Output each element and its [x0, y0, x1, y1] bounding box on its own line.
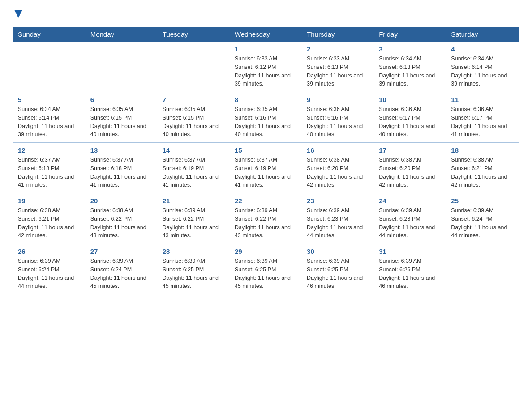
calendar-day-cell: 15Sunrise: 6:37 AM Sunset: 6:19 PM Dayli… [230, 143, 302, 193]
calendar-day-cell: 19Sunrise: 6:38 AM Sunset: 6:21 PM Dayli… [13, 193, 86, 244]
day-number: 30 [307, 248, 369, 255]
day-info: Sunrise: 6:34 AM Sunset: 6:14 PM Dayligh… [18, 105, 81, 139]
calendar-day-cell: 2Sunrise: 6:33 AM Sunset: 6:13 PM Daylig… [302, 42, 374, 92]
calendar-week-row: 26Sunrise: 6:39 AM Sunset: 6:24 PM Dayli… [13, 244, 519, 295]
day-info: Sunrise: 6:39 AM Sunset: 6:22 PM Dayligh… [163, 206, 225, 240]
logo [13, 9, 22, 18]
day-info: Sunrise: 6:36 AM Sunset: 6:16 PM Dayligh… [307, 105, 369, 139]
days-of-week-row: SundayMondayTuesdayWednesdayThursdayFrid… [13, 27, 519, 42]
day-info: Sunrise: 6:39 AM Sunset: 6:22 PM Dayligh… [235, 206, 297, 240]
calendar-day-cell [86, 42, 158, 92]
day-info: Sunrise: 6:37 AM Sunset: 6:18 PM Dayligh… [18, 156, 81, 189]
calendar-week-row: 1Sunrise: 6:33 AM Sunset: 6:12 PM Daylig… [13, 42, 519, 92]
calendar-day-cell: 3Sunrise: 6:34 AM Sunset: 6:13 PM Daylig… [374, 42, 446, 92]
day-number: 11 [451, 96, 514, 103]
day-number: 21 [163, 197, 225, 205]
day-info: Sunrise: 6:37 AM Sunset: 6:19 PM Dayligh… [163, 156, 225, 189]
day-number: 24 [379, 197, 442, 205]
day-info: Sunrise: 6:35 AM Sunset: 6:15 PM Dayligh… [90, 105, 153, 139]
day-info: Sunrise: 6:36 AM Sunset: 6:17 PM Dayligh… [379, 105, 442, 139]
calendar-day-cell: 21Sunrise: 6:39 AM Sunset: 6:22 PM Dayli… [158, 193, 230, 244]
day-info: Sunrise: 6:39 AM Sunset: 6:25 PM Dayligh… [163, 257, 225, 291]
day-number: 15 [235, 146, 297, 154]
day-number: 9 [307, 96, 369, 103]
day-of-week-header: Friday [374, 27, 446, 42]
logo-triangle-icon [14, 10, 22, 18]
day-info: Sunrise: 6:35 AM Sunset: 6:15 PM Dayligh… [163, 105, 225, 139]
calendar-day-cell: 12Sunrise: 6:37 AM Sunset: 6:18 PM Dayli… [13, 143, 86, 193]
day-number: 28 [163, 248, 225, 255]
calendar-day-cell: 25Sunrise: 6:39 AM Sunset: 6:24 PM Dayli… [446, 193, 519, 244]
day-info: Sunrise: 6:37 AM Sunset: 6:18 PM Dayligh… [90, 156, 153, 189]
day-number: 8 [235, 96, 297, 103]
calendar-day-cell: 27Sunrise: 6:39 AM Sunset: 6:24 PM Dayli… [86, 244, 158, 295]
day-of-week-header: Wednesday [230, 27, 302, 42]
day-number: 12 [18, 146, 81, 154]
day-of-week-header: Thursday [302, 27, 374, 42]
day-info: Sunrise: 6:39 AM Sunset: 6:25 PM Dayligh… [235, 257, 297, 291]
day-info: Sunrise: 6:39 AM Sunset: 6:24 PM Dayligh… [451, 206, 514, 240]
day-number: 31 [379, 248, 442, 255]
calendar-day-cell [446, 244, 519, 295]
calendar-day-cell: 13Sunrise: 6:37 AM Sunset: 6:18 PM Dayli… [86, 143, 158, 193]
day-number: 13 [90, 146, 153, 154]
day-number: 1 [235, 45, 297, 53]
calendar-day-cell: 18Sunrise: 6:38 AM Sunset: 6:21 PM Dayli… [446, 143, 519, 193]
calendar-header: SundayMondayTuesdayWednesdayThursdayFrid… [13, 27, 519, 42]
calendar-day-cell: 1Sunrise: 6:33 AM Sunset: 6:12 PM Daylig… [230, 42, 302, 92]
svg-marker-0 [14, 10, 22, 18]
day-info: Sunrise: 6:34 AM Sunset: 6:13 PM Dayligh… [379, 55, 442, 88]
day-info: Sunrise: 6:38 AM Sunset: 6:21 PM Dayligh… [451, 156, 514, 189]
day-info: Sunrise: 6:36 AM Sunset: 6:17 PM Dayligh… [451, 105, 514, 139]
day-number: 4 [451, 45, 514, 53]
day-number: 29 [235, 248, 297, 255]
calendar-day-cell [13, 42, 86, 92]
calendar-body: 1Sunrise: 6:33 AM Sunset: 6:12 PM Daylig… [13, 42, 519, 294]
calendar-day-cell: 31Sunrise: 6:39 AM Sunset: 6:26 PM Dayli… [374, 244, 446, 295]
day-number: 6 [90, 96, 153, 103]
day-number: 14 [163, 146, 225, 154]
day-number: 10 [379, 96, 442, 103]
day-info: Sunrise: 6:33 AM Sunset: 6:13 PM Dayligh… [307, 55, 369, 88]
calendar-day-cell [158, 42, 230, 92]
calendar-day-cell: 22Sunrise: 6:39 AM Sunset: 6:22 PM Dayli… [230, 193, 302, 244]
calendar-week-row: 5Sunrise: 6:34 AM Sunset: 6:14 PM Daylig… [13, 92, 519, 143]
calendar-day-cell: 9Sunrise: 6:36 AM Sunset: 6:16 PM Daylig… [302, 92, 374, 143]
day-number: 22 [235, 197, 297, 205]
day-of-week-header: Saturday [446, 27, 519, 42]
calendar-week-row: 12Sunrise: 6:37 AM Sunset: 6:18 PM Dayli… [13, 143, 519, 193]
calendar-day-cell: 17Sunrise: 6:38 AM Sunset: 6:20 PM Dayli… [374, 143, 446, 193]
day-info: Sunrise: 6:39 AM Sunset: 6:24 PM Dayligh… [90, 257, 153, 291]
day-info: Sunrise: 6:39 AM Sunset: 6:23 PM Dayligh… [307, 206, 369, 240]
calendar-day-cell: 24Sunrise: 6:39 AM Sunset: 6:23 PM Dayli… [374, 193, 446, 244]
day-of-week-header: Sunday [13, 27, 86, 42]
day-number: 2 [307, 45, 369, 53]
day-info: Sunrise: 6:35 AM Sunset: 6:16 PM Dayligh… [235, 105, 297, 139]
calendar-day-cell: 6Sunrise: 6:35 AM Sunset: 6:15 PM Daylig… [86, 92, 158, 143]
day-info: Sunrise: 6:39 AM Sunset: 6:23 PM Dayligh… [379, 206, 442, 240]
day-info: Sunrise: 6:39 AM Sunset: 6:26 PM Dayligh… [379, 257, 442, 291]
day-number: 16 [307, 146, 369, 154]
calendar-day-cell: 8Sunrise: 6:35 AM Sunset: 6:16 PM Daylig… [230, 92, 302, 143]
calendar-day-cell: 20Sunrise: 6:38 AM Sunset: 6:22 PM Dayli… [86, 193, 158, 244]
day-info: Sunrise: 6:39 AM Sunset: 6:25 PM Dayligh… [307, 257, 369, 291]
day-number: 25 [451, 197, 514, 205]
day-info: Sunrise: 6:38 AM Sunset: 6:20 PM Dayligh… [307, 156, 369, 189]
day-info: Sunrise: 6:33 AM Sunset: 6:12 PM Dayligh… [235, 55, 297, 88]
calendar-day-cell: 5Sunrise: 6:34 AM Sunset: 6:14 PM Daylig… [13, 92, 86, 143]
day-number: 19 [18, 197, 81, 205]
calendar-day-cell: 16Sunrise: 6:38 AM Sunset: 6:20 PM Dayli… [302, 143, 374, 193]
calendar-day-cell: 29Sunrise: 6:39 AM Sunset: 6:25 PM Dayli… [230, 244, 302, 295]
calendar-day-cell: 4Sunrise: 6:34 AM Sunset: 6:14 PM Daylig… [446, 42, 519, 92]
day-info: Sunrise: 6:38 AM Sunset: 6:21 PM Dayligh… [18, 206, 81, 240]
calendar-week-row: 19Sunrise: 6:38 AM Sunset: 6:21 PM Dayli… [13, 193, 519, 244]
calendar-day-cell: 26Sunrise: 6:39 AM Sunset: 6:24 PM Dayli… [13, 244, 86, 295]
day-number: 3 [379, 45, 442, 53]
calendar-day-cell: 11Sunrise: 6:36 AM Sunset: 6:17 PM Dayli… [446, 92, 519, 143]
day-number: 17 [379, 146, 442, 154]
calendar-day-cell: 10Sunrise: 6:36 AM Sunset: 6:17 PM Dayli… [374, 92, 446, 143]
day-info: Sunrise: 6:39 AM Sunset: 6:24 PM Dayligh… [18, 257, 81, 291]
day-number: 18 [451, 146, 514, 154]
calendar-day-cell: 14Sunrise: 6:37 AM Sunset: 6:19 PM Dayli… [158, 143, 230, 193]
day-number: 27 [90, 248, 153, 255]
